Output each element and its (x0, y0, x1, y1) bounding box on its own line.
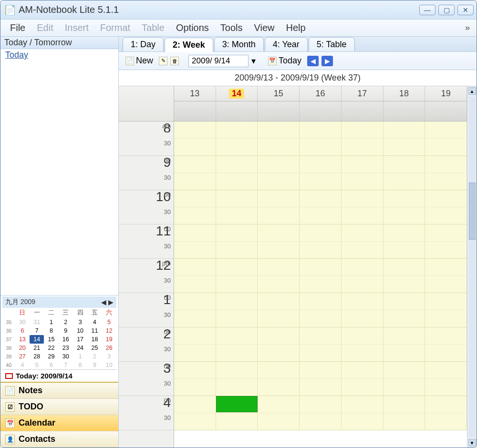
time-slot[interactable] (425, 293, 467, 310)
time-slot[interactable] (174, 293, 216, 310)
minical-day[interactable]: 13 (15, 335, 30, 344)
time-slot[interactable] (300, 242, 342, 259)
minical-day[interactable]: 31 (30, 318, 44, 326)
time-slot[interactable] (174, 276, 216, 293)
time-slot[interactable] (258, 259, 300, 276)
minical-day[interactable]: 20 (15, 344, 30, 352)
time-slot[interactable] (300, 413, 342, 430)
tab-table[interactable]: 5: Table (309, 37, 355, 51)
prev-week-button[interactable]: ◀ (307, 56, 319, 66)
time-slot[interactable] (342, 379, 384, 396)
time-slot[interactable] (174, 345, 216, 362)
time-slot[interactable] (342, 362, 384, 379)
time-slot[interactable] (342, 310, 384, 327)
time-slot[interactable] (300, 293, 342, 310)
minical-prev-icon[interactable]: ◀ (101, 298, 106, 306)
time-slot[interactable] (342, 259, 384, 276)
time-slot[interactable] (342, 190, 384, 207)
day-header[interactable]: 14 (216, 86, 258, 101)
time-slot[interactable] (300, 190, 342, 207)
time-slot[interactable] (342, 396, 384, 413)
time-slot[interactable] (216, 362, 258, 379)
time-slot[interactable] (174, 327, 216, 345)
minical-day[interactable]: 18 (87, 335, 102, 344)
time-slot[interactable] (425, 224, 467, 242)
day-header[interactable]: 15 (258, 86, 300, 101)
time-slot[interactable] (425, 190, 467, 207)
nav-notes[interactable]: 📄 Notes (0, 383, 118, 399)
time-slot[interactable] (384, 259, 425, 276)
time-slot[interactable] (384, 224, 425, 242)
time-slot[interactable] (300, 207, 342, 224)
minical-day[interactable]: 23 (59, 344, 73, 352)
allday-row[interactable] (174, 102, 467, 122)
time-slot[interactable] (216, 293, 258, 310)
minical-day[interactable]: 10 (73, 326, 87, 335)
menu-view[interactable]: View (249, 20, 280, 35)
time-slot[interactable] (300, 327, 342, 345)
tab-month[interactable]: 3: Month (214, 37, 264, 51)
menu-tools[interactable]: Tools (215, 20, 249, 35)
time-slot[interactable] (300, 122, 342, 139)
time-slot[interactable] (174, 224, 216, 242)
time-slot[interactable] (425, 276, 467, 293)
minical-day[interactable]: 9 (87, 361, 102, 369)
time-slot[interactable] (425, 413, 467, 430)
time-slot[interactable] (384, 413, 425, 430)
scroll-up-icon[interactable]: ▲ (468, 87, 476, 95)
time-slot[interactable] (342, 207, 384, 224)
minical-day[interactable]: 30 (15, 318, 30, 326)
time-slot[interactable] (342, 413, 384, 430)
time-slot[interactable] (174, 156, 216, 173)
time-slot[interactable] (258, 242, 300, 259)
time-slot[interactable] (384, 242, 425, 259)
time-slot[interactable] (384, 310, 425, 327)
time-slot[interactable] (425, 242, 467, 259)
delete-icon[interactable]: 🗑 (170, 57, 179, 65)
time-slot[interactable] (216, 190, 258, 207)
time-slot[interactable] (425, 310, 467, 327)
minical-day[interactable]: 28 (30, 352, 44, 361)
time-slot[interactable] (174, 207, 216, 224)
maximize-button[interactable]: ▢ (438, 5, 455, 15)
minical-day[interactable]: 1 (44, 318, 58, 326)
time-slot[interactable] (174, 379, 216, 396)
time-slot[interactable] (174, 122, 216, 139)
time-slot-grid[interactable] (174, 122, 467, 430)
time-slot[interactable] (300, 276, 342, 293)
minical-day[interactable]: 5 (102, 318, 116, 326)
titlebar[interactable]: 📄 AM-Notebook Lite 5.1.1 — ▢ ✕ (0, 0, 477, 20)
minical-day[interactable]: 8 (73, 361, 87, 369)
minical-day[interactable]: 30 (59, 352, 73, 361)
tab-year[interactable]: 4: Year (265, 37, 308, 51)
minical-day[interactable]: 10 (102, 361, 116, 369)
time-slot[interactable] (425, 173, 467, 190)
minical-day[interactable]: 22 (44, 344, 58, 352)
time-slot[interactable] (384, 156, 425, 173)
time-slot[interactable] (384, 327, 425, 345)
time-slot[interactable] (425, 259, 467, 276)
today-button[interactable]: 📅 Today (265, 55, 304, 67)
day-header[interactable]: 17 (342, 86, 384, 101)
minical-day[interactable]: 6 (15, 326, 30, 335)
minical-day[interactable]: 29 (44, 352, 58, 361)
time-slot[interactable] (258, 190, 300, 207)
time-slot[interactable] (174, 310, 216, 327)
minical-day[interactable]: 3 (102, 352, 116, 361)
minical-day[interactable]: 24 (73, 344, 87, 352)
time-slot[interactable] (384, 173, 425, 190)
menu-table[interactable]: Table (136, 20, 170, 35)
time-slot[interactable] (258, 224, 300, 242)
minical-day[interactable]: 2 (87, 352, 102, 361)
menu-format[interactable]: Format (94, 20, 136, 35)
date-picker[interactable] (188, 55, 249, 67)
close-button[interactable]: ✕ (457, 5, 474, 15)
nav-todo[interactable]: ☑ TODO (0, 399, 118, 415)
calendar-event[interactable] (216, 396, 258, 412)
time-slot[interactable] (216, 122, 258, 139)
time-slot[interactable] (342, 293, 384, 310)
time-slot[interactable] (216, 242, 258, 259)
time-slot[interactable] (300, 173, 342, 190)
time-slot[interactable] (342, 345, 384, 362)
minical-day[interactable]: 25 (87, 344, 102, 352)
